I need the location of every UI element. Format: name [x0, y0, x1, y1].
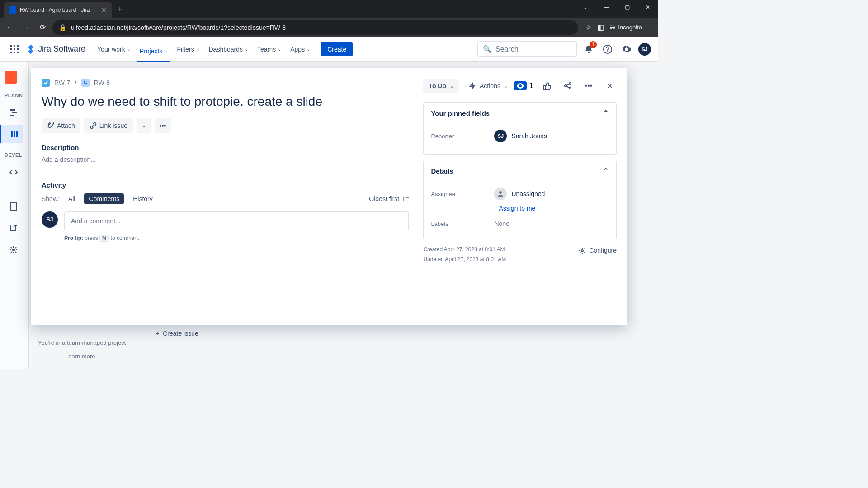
link-issue-button[interactable]: Link issue	[84, 118, 133, 133]
attach-button[interactable]: Attach	[42, 118, 80, 133]
create-issue-link[interactable]: + Create issue	[156, 330, 198, 337]
show-label: Show:	[42, 195, 59, 202]
pro-tip: Pro tip: press M to comment	[64, 235, 409, 241]
nav-teams[interactable]: Teams⌄	[255, 42, 284, 56]
like-button[interactable]	[540, 79, 554, 93]
chevron-down-icon: ⌄	[450, 84, 453, 89]
svg-point-22	[569, 87, 571, 89]
sort-button[interactable]: Oldest first ↑≡	[369, 195, 409, 202]
tab-title: RW board - Agile board - Jira	[20, 7, 90, 13]
status-dropdown[interactable]: To Do ⌄	[423, 79, 459, 93]
jira-favicon	[9, 6, 16, 14]
sort-icon: ↑≡	[402, 195, 409, 202]
details-panel: Details ⌃ Assignee Unassigned Assign to …	[423, 160, 617, 239]
nav-apps[interactable]: Apps⌄	[288, 42, 313, 56]
actions-dropdown[interactable]: Actions ⌄	[463, 79, 513, 93]
window-maximize[interactable]: ▢	[617, 0, 637, 14]
reload-button[interactable]: ⟳	[36, 21, 49, 34]
close-modal-button[interactable]: ✕	[602, 79, 617, 93]
paperclip-icon	[47, 122, 54, 129]
nav-dashboards[interactable]: Dashboards⌄	[206, 42, 251, 56]
user-avatar[interactable]: SJ	[638, 43, 651, 56]
sidebar-settings[interactable]	[5, 241, 23, 259]
svg-rect-8	[17, 52, 19, 53]
chrome-menu-icon[interactable]: ⋮	[647, 23, 655, 32]
svg-rect-16	[16, 131, 18, 137]
search-input[interactable]: 🔍 Search	[477, 41, 577, 57]
assignee-value[interactable]: Unassigned	[494, 188, 609, 200]
learn-more-link[interactable]: Learn more	[65, 353, 95, 360]
help-icon[interactable]	[600, 42, 615, 56]
current-issue-link[interactable]: RW-8	[94, 79, 110, 86]
nav-your-work[interactable]: Your work⌄	[94, 42, 133, 56]
filter-all[interactable]: All	[64, 193, 80, 204]
key-m-badge: M	[99, 235, 109, 242]
sidebar-timeline[interactable]	[5, 103, 23, 122]
window-minimize[interactable]: —	[596, 0, 617, 14]
svg-point-10	[608, 52, 608, 52]
svg-rect-11	[10, 109, 15, 111]
more-content-button[interactable]: •••	[155, 118, 171, 133]
parent-issue-link[interactable]: RW-7	[54, 79, 70, 86]
labels-value[interactable]: None	[494, 220, 609, 227]
comment-input[interactable]: Add a comment...	[64, 211, 409, 230]
filter-comments[interactable]: Comments	[84, 193, 124, 204]
assign-to-me-link[interactable]: Assign to me	[499, 205, 609, 212]
configure-button[interactable]: Configure	[578, 245, 617, 256]
description-field[interactable]: Add a description...	[42, 156, 409, 163]
chevron-down-icon: ⌄	[307, 47, 310, 52]
app-switcher-icon[interactable]	[7, 42, 22, 56]
svg-rect-4	[14, 48, 15, 50]
address-bar[interactable]: 🔒 uifeed.atlassian.net/jira/software/pro…	[52, 20, 578, 35]
url-text: uifeed.atlassian.net/jira/software/proje…	[71, 24, 286, 31]
chevron-down-icon: ⌄	[196, 47, 200, 52]
jira-logo[interactable]: Jira Software	[25, 44, 85, 55]
svg-rect-15	[14, 131, 15, 137]
pinned-fields-header[interactable]: Your pinned fields ⌃	[424, 103, 616, 123]
details-header[interactable]: Details ⌃	[424, 160, 616, 181]
create-button[interactable]: Create	[321, 42, 353, 56]
notification-count: 1	[590, 41, 597, 48]
more-actions-button[interactable]: •••	[581, 79, 596, 93]
reporter-label: Reporter	[431, 133, 494, 140]
unassigned-avatar-icon	[494, 188, 507, 200]
chevron-down-icon: ⌄	[278, 47, 281, 52]
sidebar-board[interactable]	[0, 125, 23, 143]
extensions-icon[interactable]: ◧	[597, 23, 604, 32]
chrome-dropdown[interactable]: ⌄	[575, 0, 596, 14]
watch-button[interactable]: 1	[514, 81, 533, 90]
issue-title[interactable]: Why do we need to shift to protopie. cre…	[42, 94, 409, 109]
link-icon	[90, 122, 97, 129]
svg-rect-5	[17, 48, 19, 50]
sidebar-shortcut[interactable]	[5, 219, 23, 237]
nav-filters[interactable]: Filters⌄	[174, 42, 202, 56]
settings-icon[interactable]	[619, 42, 634, 56]
svg-point-20	[565, 85, 566, 87]
browser-chrome: ⌄ — ▢ ✕ RW board - Agile board - Jira ✕ …	[0, 0, 658, 37]
notifications-icon[interactable]: 1	[581, 42, 596, 56]
browser-tab[interactable]: RW board - Agile board - Jira ✕	[4, 2, 112, 18]
project-type-footer: You're in a team-managed project	[38, 339, 126, 346]
incognito-badge[interactable]: 🕶 Incognito	[609, 24, 642, 31]
filter-history[interactable]: History	[128, 193, 157, 204]
sidebar-code[interactable]	[5, 163, 23, 181]
window-close[interactable]: ✕	[637, 0, 658, 14]
reporter-value[interactable]: SJ Sarah Jonas	[494, 130, 609, 142]
back-button[interactable]: ←	[4, 21, 16, 34]
description-heading: Description	[42, 144, 409, 151]
project-icon[interactable]	[5, 71, 17, 84]
svg-point-21	[569, 83, 571, 84]
reporter-avatar: SJ	[494, 130, 507, 142]
bookmark-icon[interactable]: ☆	[585, 23, 592, 32]
tab-close-icon[interactable]: ✕	[101, 6, 107, 14]
forward-button[interactable]: →	[20, 21, 33, 34]
svg-point-25	[499, 191, 502, 194]
share-button[interactable]	[561, 79, 575, 93]
svg-rect-12	[12, 112, 17, 113]
sidebar-pages[interactable]	[5, 197, 23, 216]
sidebar-section-development: DEVEL	[5, 152, 22, 158]
link-issue-dropdown[interactable]: ⌄	[137, 118, 151, 133]
nav-projects[interactable]: Projects⌄	[137, 44, 171, 62]
subtask-icon	[81, 79, 90, 87]
new-tab-button[interactable]: +	[112, 1, 128, 18]
